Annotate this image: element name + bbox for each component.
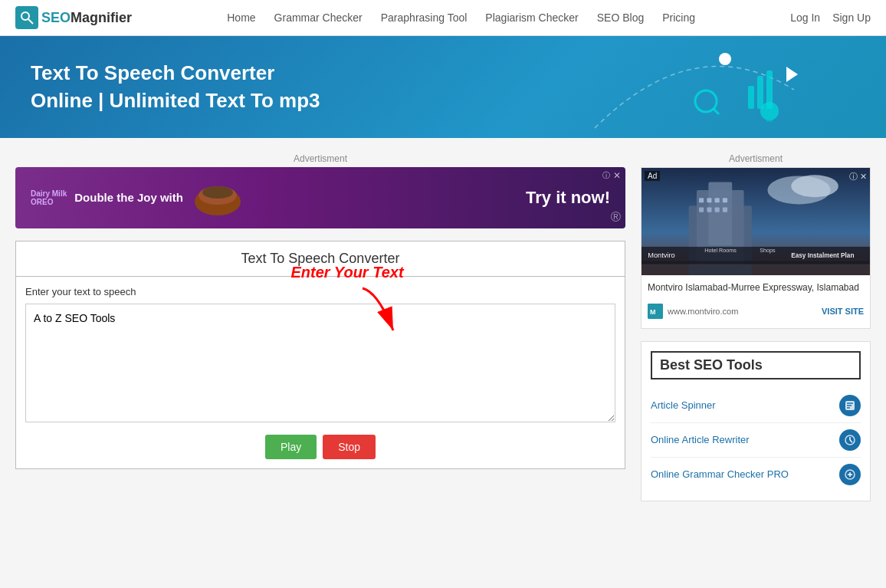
sidebar-right: Advertisment <box>641 153 871 501</box>
ad-brand: Dairy Milk OREO <box>31 189 67 206</box>
seo-tool-link-0[interactable]: Article Spinner <box>651 399 716 411</box>
nav-plagiarism[interactable]: Plagiarism Checker <box>485 11 578 24</box>
svg-rect-22 <box>707 198 711 202</box>
ad-info-icon: ⓘ <box>602 170 610 181</box>
nav-auth: Log In Sign Up <box>790 11 871 24</box>
nav-links: Home Grammar Checker Paraphrasing Tool P… <box>227 11 695 25</box>
svg-text:Easy Instalment Plan: Easy Instalment Plan <box>791 252 854 259</box>
content-left: Advertisment ⓘ ✕ Dairy Milk OREO Double … <box>15 153 625 501</box>
hero-decorations <box>579 44 809 136</box>
svg-rect-27 <box>715 207 720 212</box>
sidebar-ad-box: Montviro Hotel Rooms Shops Easy Instalme… <box>641 167 871 329</box>
sidebar-ad-image: Montviro Hotel Rooms Shops Easy Instalme… <box>642 168 870 275</box>
login-link[interactable]: Log In <box>790 11 820 24</box>
ad-label-top: Advertisment <box>15 153 625 164</box>
seo-tool-link-2[interactable]: Online Grammar Checker PRO <box>651 468 789 480</box>
svg-point-13 <box>202 186 233 199</box>
ad-logo-watermark: ® <box>611 209 621 225</box>
sidebar-ad-site: M www.montviro.com <box>648 304 738 319</box>
sidebar-ad-desc: Montviro Islamabad-Murree Expressway, Is… <box>642 275 870 301</box>
svg-text:M: M <box>650 308 656 316</box>
button-row: Play Stop <box>25 435 615 459</box>
stop-button[interactable]: Stop <box>323 435 376 459</box>
svg-text:Shops: Shops <box>760 247 776 254</box>
sidebar-ad-label: Advertisment <box>641 153 871 164</box>
hero-banner: Text To Speech Converter Online | Unlimi… <box>0 36 886 138</box>
seo-tool-link-1[interactable]: Online Article Rewriter <box>651 434 750 445</box>
tool-box: Text To Speech Converter Enter your text… <box>15 241 625 469</box>
svg-rect-20 <box>708 182 732 245</box>
logo[interactable]: SEOMagnifier <box>15 6 132 29</box>
speech-textarea[interactable] <box>25 304 615 422</box>
annotation-wrapper: Enter Your Text <box>25 304 615 425</box>
svg-point-0 <box>21 12 29 20</box>
svg-point-7 <box>695 90 717 112</box>
svg-line-8 <box>714 109 719 114</box>
visit-site-button[interactable]: VISIT SITE <box>822 307 864 316</box>
seo-tool-icon-2 <box>839 464 861 485</box>
sidebar-ad-footer: M www.montviro.com VISIT SITE <box>642 301 870 322</box>
annotation-enter-text: Enter Your Text <box>291 264 404 281</box>
nav-home[interactable]: Home <box>227 11 255 24</box>
seo-tool-icon-0 <box>839 395 861 416</box>
svg-rect-5 <box>757 76 763 109</box>
svg-point-2 <box>719 53 731 65</box>
seo-tool-item-2: Online Grammar Checker PRO <box>651 458 861 491</box>
svg-point-9 <box>760 102 779 120</box>
svg-rect-24 <box>723 198 727 202</box>
hero-title: Text To Speech Converter Online | Unlimi… <box>31 59 337 115</box>
nav-grammar[interactable]: Grammar Checker <box>274 11 363 24</box>
logo-icon <box>15 6 38 29</box>
main-container: Advertisment ⓘ ✕ Dairy Milk OREO Double … <box>0 138 886 517</box>
svg-rect-10 <box>766 119 773 122</box>
signup-link[interactable]: Sign Up <box>832 11 871 24</box>
svg-rect-26 <box>707 207 711 212</box>
tool-body: Enter your text to speech Enter Your Tex… <box>16 277 625 468</box>
svg-rect-23 <box>715 198 720 202</box>
seo-tool-icon-1 <box>839 429 861 451</box>
ad-banner: ⓘ ✕ Dairy Milk OREO Double the Joy with <box>15 167 625 228</box>
svg-line-43 <box>850 440 852 442</box>
svg-marker-3 <box>786 67 798 82</box>
ad-cta-text: Try it now! <box>526 188 610 208</box>
nav-paraphrasing[interactable]: Paraphrasing Tool <box>381 11 468 24</box>
svg-point-17 <box>791 175 838 197</box>
top-navigation: SEOMagnifier Home Grammar Checker Paraph… <box>0 0 886 36</box>
input-label: Enter your text to speech <box>25 286 615 297</box>
nav-pricing[interactable]: Pricing <box>662 11 695 24</box>
sidebar-ad-site-text: www.montviro.com <box>668 307 738 316</box>
logo-text: SEOMagnifier <box>41 10 132 26</box>
svg-text:Montviro: Montviro <box>648 251 674 259</box>
ad-close-button[interactable]: ✕ <box>613 170 621 181</box>
svg-rect-21 <box>699 198 704 202</box>
sidebar-ad-site-icon: M <box>648 304 663 319</box>
seo-tool-item-1: Online Article Rewriter <box>651 423 861 458</box>
sidebar-ad-close[interactable]: ⓘ ✕ <box>849 171 867 182</box>
play-button[interactable]: Play <box>265 435 317 459</box>
best-seo-title: Best SEO Tools <box>651 351 861 379</box>
ad-banner-left: Dairy Milk OREO Double the Joy with <box>31 179 244 217</box>
svg-rect-25 <box>699 207 704 212</box>
ad-badge: Ad <box>645 171 660 181</box>
svg-rect-4 <box>748 86 754 109</box>
nav-blog[interactable]: SEO Blog <box>597 11 644 24</box>
svg-line-1 <box>28 19 33 24</box>
svg-text:Hotel Rooms: Hotel Rooms <box>704 247 737 254</box>
ad-slogan: Double the Joy with <box>74 191 183 204</box>
ad-product-image <box>191 179 244 217</box>
svg-rect-28 <box>723 207 727 212</box>
seo-tool-item-0: Article Spinner <box>651 389 861 423</box>
best-seo-box: Best SEO Tools Article Spinner Online Ar… <box>641 341 871 501</box>
